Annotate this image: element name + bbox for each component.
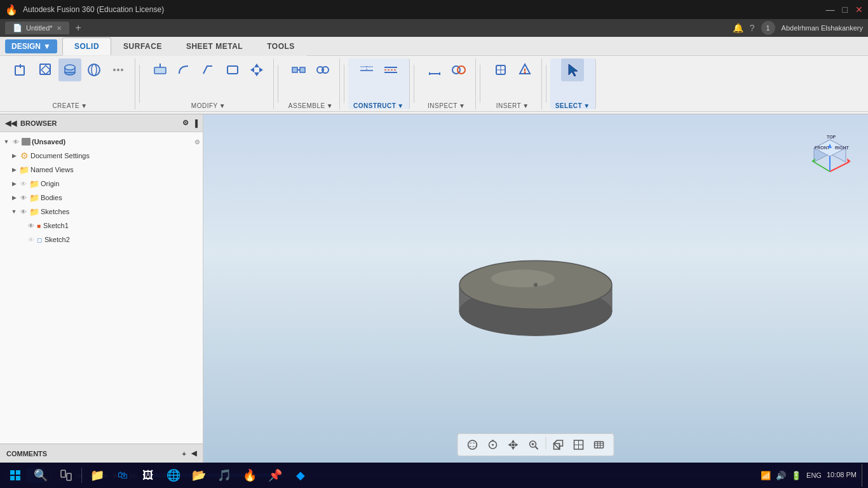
taskbar-app-chrome[interactable]: 🌐	[162, 464, 185, 487]
doc-settings-icon: ⚙	[19, 151, 29, 161]
sketch1-eye[interactable]: 👁	[27, 222, 36, 229]
create-arrow: ▼	[81, 102, 87, 109]
comments-add-icon[interactable]: +	[182, 450, 186, 458]
orbit-icon[interactable]	[465, 437, 481, 453]
select-group: SELECT ▼	[550, 58, 596, 109]
svg-point-42	[524, 71, 526, 73]
taskbar-app-fusion[interactable]: 🔥	[238, 464, 261, 487]
tab-surface[interactable]: SURFACE	[111, 37, 174, 55]
tab-tools[interactable]: TOOLS	[255, 37, 307, 55]
more-create-tool[interactable]	[107, 58, 130, 81]
sound-icon[interactable]: 🔊	[776, 471, 786, 480]
close-button[interactable]: ✕	[855, 4, 863, 15]
sketch2-eye[interactable]: 👁	[27, 236, 36, 243]
task-view-button[interactable]	[55, 464, 78, 487]
minimize-button[interactable]: —	[826, 4, 835, 15]
browser-item-sketches[interactable]: ▼ 👁 📁 Sketches	[0, 205, 203, 219]
origin-eye[interactable]: 👁	[19, 180, 28, 187]
decal-tool[interactable]	[513, 58, 536, 81]
grid-icon[interactable]	[571, 437, 587, 453]
offset-plane-tool[interactable]	[355, 58, 378, 81]
move-tool[interactable]	[245, 58, 268, 81]
viewport[interactable]: RIGHT FRONT TOP	[203, 114, 868, 463]
network-icon[interactable]: 📶	[761, 471, 771, 480]
display-settings-icon[interactable]	[591, 437, 607, 453]
browser-close-icon[interactable]: ▐	[193, 119, 198, 127]
notifications-icon[interactable]: 🔔	[733, 23, 743, 33]
select-tool[interactable]	[561, 58, 584, 81]
fillet-tool[interactable]	[173, 58, 196, 81]
measure-tool[interactable]	[423, 58, 446, 81]
browser-item-sketch1[interactable]: 👁 ■ Sketch1	[0, 219, 203, 233]
unsaved-eye[interactable]: 👁	[11, 139, 20, 146]
doc-tab-row: 📄 Untitled* ✕ + 🔔 ? 1 Abdelrhman Elshaka…	[0, 19, 868, 37]
view-cube-icon[interactable]	[550, 437, 567, 453]
keyboard-lang[interactable]: ENG	[806, 471, 822, 479]
svg-marker-19	[259, 67, 263, 72]
svg-point-7	[65, 65, 75, 70]
as-built-joint[interactable]	[311, 58, 334, 81]
taskbar-app-pin[interactable]: 📌	[264, 464, 287, 487]
taskbar-app-diamond[interactable]: ◆	[289, 464, 312, 487]
taskbar-clock[interactable]: 10:08 PM	[827, 470, 857, 480]
svg-rect-90	[16, 470, 20, 475]
design-mode-button[interactable]: DESIGN ▼	[5, 39, 57, 53]
bodies-eye[interactable]: 👁	[19, 194, 28, 201]
tab-solid[interactable]: SOLID	[62, 37, 111, 55]
taskbar-app-photos[interactable]: 🖼	[137, 464, 159, 487]
press-pull-tool[interactable]	[149, 58, 172, 81]
unsaved-settings[interactable]: ⚙	[194, 139, 200, 146]
nav-cube[interactable]: RIGHT FRONT TOP	[804, 127, 855, 178]
window-controls[interactable]: — □ ✕	[826, 4, 863, 15]
browser-settings-icon[interactable]: ⚙	[182, 119, 189, 127]
title-bar: 🔥 Autodesk Fusion 360 (Education License…	[0, 0, 868, 19]
pan-icon[interactable]	[505, 437, 522, 453]
create-sketch-tool[interactable]	[34, 58, 57, 81]
browser-item-sketch2[interactable]: 👁 ◻ Sketch2	[0, 233, 203, 247]
search-button[interactable]: 🔍	[29, 464, 52, 487]
maximize-button[interactable]: □	[843, 4, 848, 15]
sketches-eye[interactable]: 👁	[19, 208, 28, 215]
browser-item-named-views[interactable]: ▶ 📁 Named Views	[0, 163, 203, 177]
fit-screen-icon[interactable]	[485, 437, 501, 453]
assemble-group: ASSEMBLE ▼	[282, 58, 340, 109]
taskbar-app-store[interactable]: 🛍	[111, 464, 134, 487]
shell-tool[interactable]	[221, 58, 244, 81]
sketch1-name: Sketch1	[43, 222, 200, 229]
unsaved-name[interactable]: (Unsaved)	[32, 138, 191, 146]
user-avatar[interactable]: 1	[761, 21, 775, 35]
doc-tab-close[interactable]: ✕	[57, 25, 62, 32]
toolbar: 📄 Untitled* ✕ + 🔔 ? 1 Abdelrhman Elshaka…	[0, 19, 868, 114]
new-tab-button[interactable]: +	[72, 22, 85, 34]
svg-point-9	[92, 64, 97, 76]
browser-item-doc-settings[interactable]: ▶ ⚙ Document Settings	[0, 149, 203, 163]
doc-tab-active[interactable]: 📄 Untitled* ✕	[5, 22, 69, 34]
browser-item-unsaved[interactable]: ▼ 👁 (Unsaved) ⚙	[0, 135, 203, 149]
taskbar-app-explorer[interactable]: 📂	[187, 464, 210, 487]
revolve-tool[interactable]	[83, 58, 105, 81]
sketches-name: Sketches	[41, 208, 200, 215]
create-label: CREATE ▼	[52, 102, 87, 109]
browser-collapse-icon[interactable]: ◀◀	[5, 119, 17, 128]
browser-item-bodies[interactable]: ▶ 👁 📁 Bodies	[0, 191, 203, 205]
browser-item-origin[interactable]: ▶ 👁 📁 Origin	[0, 177, 203, 191]
help-icon[interactable]: ?	[750, 23, 755, 33]
chamfer-tool[interactable]	[197, 58, 220, 81]
show-desktop-button[interactable]	[862, 464, 864, 487]
start-button[interactable]	[4, 464, 27, 487]
extrude-tool[interactable]	[58, 58, 81, 81]
svg-point-64	[492, 444, 494, 446]
tab-sheet-metal[interactable]: SHEET METAL	[174, 37, 255, 55]
insert-group: INSERT ▼	[484, 58, 542, 109]
taskbar-app-music[interactable]: 🎵	[213, 464, 236, 487]
midplane-tool[interactable]	[379, 58, 402, 81]
new-component-tool[interactable]	[10, 58, 33, 81]
interference-tool[interactable]	[447, 58, 470, 81]
battery-icon[interactable]: 🔋	[791, 471, 801, 480]
zoom-icon[interactable]	[526, 437, 542, 453]
svg-marker-65	[512, 440, 515, 443]
insert-mesh-tool[interactable]	[489, 58, 512, 81]
comments-collapse-icon[interactable]: ◀	[191, 449, 196, 458]
joint-tool[interactable]	[287, 58, 310, 81]
taskbar-app-file[interactable]: 📁	[86, 464, 109, 487]
